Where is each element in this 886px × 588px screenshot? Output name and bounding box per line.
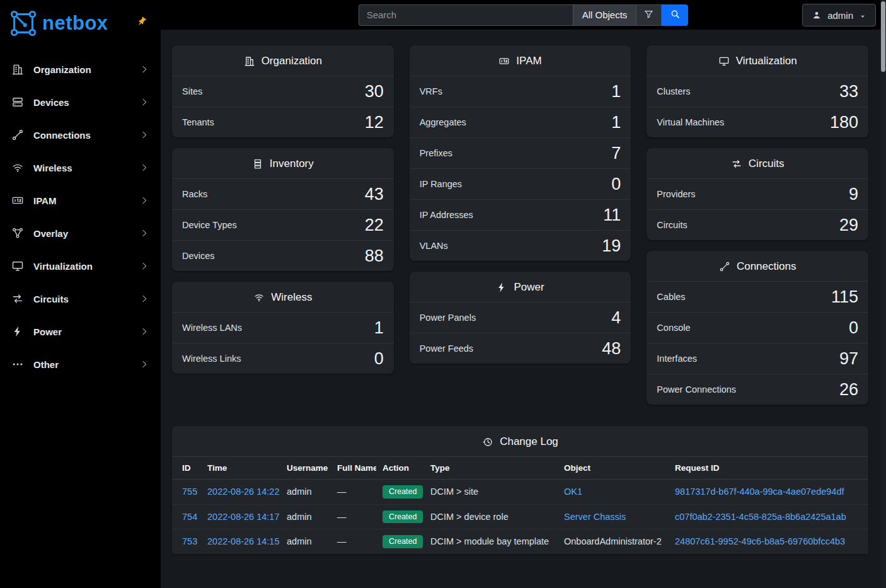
stat-row-ip-ranges[interactable]: IP Ranges 0 [410,168,631,199]
col-object: Object [558,457,669,480]
stat-value: 1 [611,82,621,101]
stat-label: IP Addresses [420,210,473,220]
stat-label: Wireless LANs [182,323,242,333]
stat-value: 1 [611,113,621,132]
changelog-object-link[interactable]: OK1 [564,487,582,497]
table-row: 754 2022-08-26 14:17 admin — Created DCI… [172,504,868,529]
stat-label: Wireless Links [182,354,241,364]
stat-label: Prefixes [420,148,452,158]
stat-value: 7 [611,144,621,163]
sidebar-item-power[interactable]: Power [0,315,161,348]
card-title: IPAM [516,55,541,67]
stat-label: Racks [182,189,207,199]
change-log-table: ID Time Username Full Name Action Type O… [172,456,868,554]
stat-row-virtual-machines[interactable]: Virtual Machines 180 [647,107,868,137]
sidebar: netbox Organization Devices Connections … [0,0,161,588]
stat-row-sites[interactable]: Sites 30 [172,76,394,107]
stat-row-wireless-links[interactable]: Wireless Links 0 [172,343,394,374]
changelog-id-link[interactable]: 753 [182,536,197,546]
changelog-time-link[interactable]: 2022-08-26 14:17 [207,512,280,522]
changelog-username: admin [280,504,331,529]
stat-row-vlans[interactable]: VLANs 19 [410,230,631,261]
sidebar-item-overlay[interactable]: Overlay [0,217,161,250]
stat-row-clusters[interactable]: Clusters 33 [647,76,868,107]
stat-label: Power Feeds [420,343,473,354]
connections-card: Connections Cables 115 Console 0 Interfa… [647,251,868,405]
topbar: All Objects admin [161,0,886,30]
stat-row-aggregates[interactable]: Aggregates 1 [410,107,631,137]
search-submit-button[interactable] [662,4,688,26]
connections-card-header: Connections [647,251,868,281]
power-card: Power Power Panels 4 Power Feeds 48 [410,272,631,364]
sidebar-item-ipam[interactable]: IPAM [0,184,161,217]
status-badge: Created [383,535,423,548]
sidebar-item-other[interactable]: Other [0,348,161,381]
stat-row-circuits[interactable]: Circuits 29 [647,209,868,240]
stat-row-tenants[interactable]: Tenants 12 [172,107,394,137]
stat-row-cables[interactable]: Cables 115 [647,281,868,312]
content-area: All Objects admin Organization [161,0,886,588]
stat-label: Power Panels [420,313,476,323]
stat-row-interfaces[interactable]: Interfaces 97 [647,343,868,374]
changelog-id-link[interactable]: 755 [182,487,197,497]
stat-row-prefixes[interactable]: Prefixes 7 [410,137,631,168]
changelog-request-id-link[interactable]: 9817317d-b67f-440a-99ca-4ae07ede94df [675,487,844,497]
search-scope-button[interactable]: All Objects [573,4,636,26]
sidebar-item-label: Wireless [33,163,139,173]
status-badge: Created [383,485,423,499]
stat-row-console[interactable]: Console 0 [647,312,868,343]
changelog-id-link[interactable]: 754 [182,512,197,522]
sidebar-item-label: Organization [33,64,139,75]
monitor-icon [718,55,730,67]
stat-label: Console [657,323,690,333]
stat-row-ip-addresses[interactable]: IP Addresses 11 [410,199,631,230]
sidebar-item-wireless[interactable]: Wireless [0,151,161,184]
stat-row-device-types[interactable]: Device Types 22 [172,209,394,240]
stat-label: VLANs [420,241,448,251]
dots-icon [11,358,24,371]
stat-row-providers[interactable]: Providers 9 [647,178,868,209]
stat-row-devices[interactable]: Devices 88 [172,240,394,271]
changelog-username: admin [280,529,331,554]
stat-value: 97 [839,349,858,369]
changelog-object-link[interactable]: Server Chassis [564,512,626,522]
stat-row-power-panels[interactable]: Power Panels 4 [410,302,631,333]
user-menu-button[interactable]: admin [802,4,876,26]
sidebar-item-label: Overlay [33,228,139,239]
sidebar-item-devices[interactable]: Devices [0,86,161,118]
filter-button[interactable] [636,4,662,26]
chevron-right-icon [139,195,149,205]
stat-row-racks[interactable]: Racks 43 [172,178,394,209]
caret-down-icon [859,11,866,19]
stat-row-wireless-lans[interactable]: Wireless LANs 1 [172,312,394,343]
dashboard-column-2: IPAM VRFs 1 Aggregates 1 Prefixes 7 [410,45,631,405]
stat-label: Virtual Machines [657,117,724,127]
netbox-logo[interactable]: netbox [0,0,161,50]
changelog-request-id-link[interactable]: c07f0ab2-2351-4c58-825a-8b6a2425a1ab [675,512,846,522]
building-icon [11,63,24,76]
server-stack-icon [11,96,24,108]
stat-label: Aggregates [420,117,466,127]
changelog-time-link[interactable]: 2022-08-26 14:15 [207,536,280,546]
circuits-card: Circuits Providers 9 Circuits 29 [647,148,868,240]
stat-label: Circuits [657,220,687,230]
changelog-time-link[interactable]: 2022-08-26 14:22 [207,487,280,497]
pin-sidebar-icon[interactable] [137,16,147,26]
change-log-header: Change Log [172,426,868,456]
stat-row-vrfs[interactable]: VRFs 1 [410,76,631,107]
sidebar-item-connections[interactable]: Connections [0,118,161,151]
sidebar-item-label: Connections [33,130,139,141]
virtualization-card: Virtualization Clusters 33 Virtual Machi… [647,45,868,137]
stat-row-power-feeds[interactable]: Power Feeds 48 [410,333,631,364]
organization-card-header: Organization [172,45,394,76]
scrollbar-thumb[interactable] [881,1,885,72]
col-full-name: Full Name [331,457,376,480]
sidebar-item-circuits[interactable]: Circuits [0,282,161,315]
sidebar-item-virtualization[interactable]: Virtualization [0,250,161,282]
changelog-request-id-link[interactable]: 24807c61-9952-49c6-b8a5-69760bfcc4b3 [675,536,845,546]
changelog-type: DCIM > device role [424,504,558,529]
sidebar-item-organization[interactable]: Organization [0,53,161,86]
stat-row-power-connections[interactable]: Power Connections 26 [647,374,868,405]
search-input[interactable] [359,4,573,26]
search-icon [670,9,681,21]
